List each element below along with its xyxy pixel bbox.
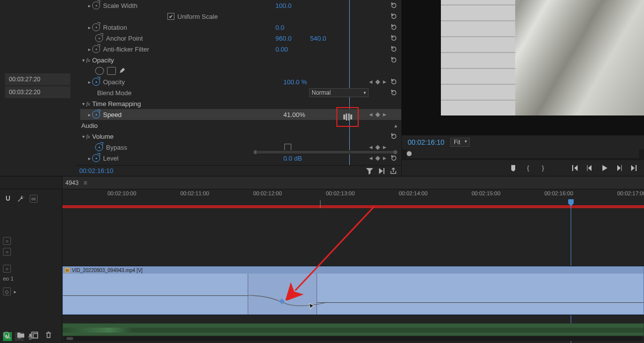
monitor-playhead-knob[interactable] [407,151,412,156]
trash-icon[interactable] [45,331,53,339]
track-visibility-toggle[interactable]: ○ [3,248,11,256]
timeline-h-scrollbar[interactable] [63,336,643,341]
go-to-out-icon[interactable] [630,164,638,172]
rotation-value[interactable]: 0.0 [275,24,310,31]
step-back-icon[interactable] [586,164,593,172]
prev-keyframe-icon[interactable]: ◀ [368,155,374,161]
rect-mask-icon[interactable] [107,67,116,75]
cc-icon[interactable]: cc [30,195,38,203]
panel-menu-icon[interactable]: ≡ [84,179,87,186]
monitor-timecode[interactable]: 00:02:16:10 [408,138,444,146]
bypass-checkbox[interactable] [284,144,291,151]
blend-mode-select[interactable]: Normal▾ [309,88,369,97]
zoom-value: Fit [454,139,460,146]
reset-icon[interactable] [389,154,398,163]
reset-icon[interactable] [389,132,398,141]
export-frame-icon[interactable] [389,167,397,175]
speed-rubber-band[interactable] [317,302,644,303]
level-value[interactable]: 0.0 dB [283,155,318,162]
expand-chevron-icon[interactable]: ▸ [14,289,16,294]
collapse-chevron-icon[interactable]: ▾ [80,101,86,107]
snap-icon[interactable] [4,195,12,203]
pen-mask-icon[interactable] [119,67,126,74]
anchor-y-value[interactable]: 540.0 [310,35,345,42]
add-keyframe-icon[interactable] [375,79,380,85]
anchor-x-value[interactable]: 960.0 [275,35,310,42]
track-visibility-toggle[interactable]: ○ [3,237,11,245]
speed-value[interactable]: 41.00% [283,111,318,118]
new-bin-icon[interactable] [17,331,25,339]
expand-chevron-icon[interactable]: ▸ [86,47,92,52]
reset-icon[interactable] [389,23,398,32]
prev-keyframe-icon[interactable]: ◀ [368,79,374,85]
new-item-icon[interactable] [31,331,39,339]
reset-icon[interactable] [389,56,398,64]
next-keyframe-icon[interactable]: ▶ [381,112,387,117]
stopwatch-icon[interactable] [92,45,100,53]
prev-keyframe-icon[interactable]: ◀ [368,112,374,117]
video-track[interactable]: fx VID_20220903_094943.mp4 [V] [62,266,644,315]
wrench-icon[interactable] [17,195,25,203]
uniform-scale-checkbox[interactable] [167,13,174,20]
filter-icon[interactable] [366,167,374,175]
effect-group-label[interactable]: Opacity [92,57,274,64]
reset-icon[interactable] [389,34,398,43]
zoom-select[interactable]: Fit [450,138,470,147]
antiflicker-value[interactable]: 0.00 [275,46,310,53]
next-keyframe-icon[interactable]: ▶ [381,155,387,161]
speed-remap-lane[interactable] [63,274,644,314]
ellipse-mask-icon[interactable] [95,67,104,75]
reset-icon[interactable] [389,12,398,21]
effects-timecode[interactable]: 00:02:16:10 [79,167,362,174]
expand-chevron-icon[interactable]: ▸ [86,3,92,8]
stopwatch-icon[interactable] [92,23,100,31]
stopwatch-active-icon[interactable] [95,143,103,151]
effect-group-label[interactable]: Audio [80,122,277,129]
program-monitor-viewport[interactable] [441,0,644,115]
add-keyframe-icon[interactable] [375,112,380,117]
stopwatch-active-icon[interactable] [92,111,100,118]
reset-icon[interactable] [389,88,398,97]
stopwatch-active-icon[interactable] [92,154,100,162]
prev-keyframe-icon[interactable]: ◀ [368,144,374,150]
monitor-time-ruler[interactable] [407,149,639,158]
effect-group-label[interactable]: Time Remapping [92,100,401,108]
reset-icon[interactable] [389,45,398,54]
bin-clip-duration[interactable]: 00:03:27:20 [5,73,70,85]
effect-group-label[interactable]: Volume [92,133,274,140]
video-clip[interactable]: fx VID_20220903_094943.mp4 [V] [62,266,644,315]
add-keyframe-icon[interactable] [375,144,380,150]
scale-width-value[interactable]: 100.0 [275,2,310,9]
reset-icon[interactable] [389,1,398,10]
collapse-chevron-icon[interactable]: ▾ [80,134,86,139]
speed-rubber-band[interactable] [63,295,248,296]
reset-icon[interactable] [389,77,398,86]
play-icon[interactable] [600,164,608,172]
stopwatch-icon[interactable] [92,1,100,9]
opacity-value[interactable]: 100.0 % [283,78,318,86]
bin-clip-duration[interactable]: 00:03:22:20 [5,86,70,98]
out-point-icon[interactable]: } [539,164,547,172]
effects-keyframe-scrollbar[interactable] [254,150,397,154]
next-keyframe-icon[interactable]: ▶ [381,79,387,85]
expand-chevron-icon[interactable]: ▸ [86,79,92,85]
keyframe-toggle-icon[interactable]: ◇ [3,287,11,295]
collapse-up-icon[interactable]: ▲ [393,123,398,128]
next-keyframe-icon[interactable]: ▶ [381,144,387,150]
search-icon[interactable] [3,331,11,339]
step-forward-icon[interactable] [615,164,623,172]
play-only-icon[interactable] [377,167,385,175]
track-visibility-toggle[interactable]: ○ [3,265,11,273]
go-to-in-icon[interactable] [571,164,579,172]
stopwatch-active-icon[interactable] [92,78,100,86]
expand-chevron-icon[interactable]: ▸ [86,112,92,117]
marker-icon[interactable] [509,164,517,172]
add-keyframe-icon[interactable] [375,155,380,161]
expand-chevron-icon[interactable]: ▸ [86,156,92,161]
stopwatch-icon[interactable] [95,34,103,42]
collapse-chevron-icon[interactable]: ▾ [80,57,86,63]
expand-chevron-icon[interactable]: ▸ [86,25,92,30]
sequence-tab[interactable]: 4943 [65,179,79,186]
in-point-icon[interactable]: { [524,164,532,172]
audio-track[interactable] [62,323,644,336]
